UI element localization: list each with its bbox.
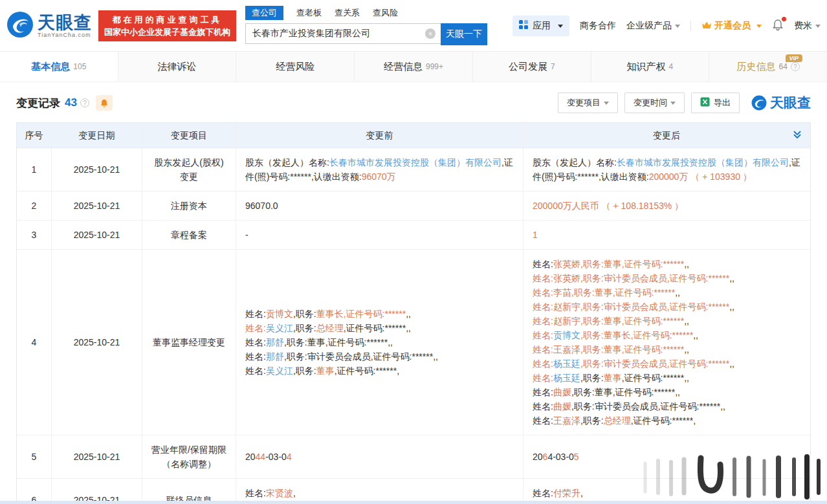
- text-segment: 96070.0: [245, 201, 278, 211]
- bell-icon: [100, 98, 109, 108]
- text-segment: 200000万 （ + 103930 ）: [649, 171, 752, 182]
- text-segment: ,,: [406, 323, 411, 333]
- tianyancha-logo-icon: [751, 95, 767, 111]
- before-value: 股东（发起人）名称:长春市城市发展投资控股（集团）有限公司,证件(照)号码:**…: [236, 148, 524, 191]
- clear-icon[interactable]: ×: [425, 28, 436, 39]
- after-value: 股东（发起人）名称:长春市城市发展投资控股（集团）有限公司,证件(照)号码:**…: [524, 148, 810, 191]
- text-segment: ,,: [720, 401, 725, 411]
- export-button[interactable]: 导出: [691, 93, 740, 113]
- entity-link[interactable]: 杨玉廷: [553, 373, 580, 383]
- tab-count: 7: [551, 62, 555, 71]
- filter-button-变更项目[interactable]: 变更项目: [558, 93, 618, 113]
- subscribe-bell-button[interactable]: [96, 95, 113, 111]
- text-line: 2044-03-04: [245, 450, 514, 464]
- tab-count: 64: [778, 62, 787, 71]
- text-segment: 总经理: [604, 415, 631, 426]
- entity-link[interactable]: 长春市城市发展投资控股（集团）有限公司: [329, 157, 502, 168]
- entity-link[interactable]: 长春市城市发展投资控股（集团）有限公司: [617, 157, 789, 168]
- before-value: 姓名:贡博文,职务:董事长,证件号码:******,,姓名:吴义江,职务:总经理…: [236, 250, 524, 435]
- collapse-all-icon[interactable]: [792, 129, 802, 142]
- text-segment: 董事长: [316, 309, 344, 319]
- tab-法律诉讼[interactable]: 法律诉讼: [118, 52, 237, 82]
- nav-business[interactable]: 商务合作: [580, 20, 616, 32]
- promo-banner: 都在用的商业查询工具 国家中小企业发展子基金旗下机构: [98, 10, 236, 41]
- user-menu[interactable]: 费米: [794, 20, 821, 32]
- entity-link[interactable]: 吴义江: [266, 323, 293, 333]
- nav-divider: [690, 21, 691, 31]
- before-value: 2044-03-04: [236, 435, 524, 478]
- tab-知识产权[interactable]: 知识产权4: [591, 52, 710, 82]
- change-date: 2025-10-21: [52, 192, 142, 220]
- text-segment: 姓名:: [245, 366, 266, 376]
- search-button[interactable]: 天眼一下: [441, 23, 487, 45]
- tab-基本信息[interactable]: 基本信息105: [0, 52, 118, 82]
- change-date: 2025-10-21: [52, 435, 142, 478]
- tianyancha-logo[interactable]: 天眼查 TianYanCha.com: [6, 11, 92, 41]
- notifications-bell[interactable]: [772, 19, 784, 33]
- help-icon[interactable]: ?: [80, 98, 89, 107]
- text-line: 姓名:李苗,职务:董事,证件号码:******,,: [533, 285, 801, 300]
- text-segment: 姓名:: [533, 415, 553, 426]
- tab-经营风险[interactable]: 经营风险: [236, 52, 355, 82]
- tab-count: 999+: [426, 62, 443, 71]
- filter-buttons: 变更项目变更时间: [558, 93, 685, 113]
- notification-dot: [782, 17, 786, 21]
- change-records-table: 序号变更日期变更项目变更前变更后 12025-10-21股东发起人(股权)变更股…: [16, 122, 811, 504]
- entity-link[interactable]: 贡博文: [553, 330, 580, 340]
- text-segment: 贡博文: [266, 309, 293, 319]
- nav-enterprise[interactable]: 企业级产品: [626, 20, 680, 32]
- text-segment: 5: [574, 452, 579, 462]
- apps-menu[interactable]: 应用: [513, 16, 569, 36]
- text-segment: ,: [580, 488, 583, 498]
- row-number: 3: [17, 221, 52, 249]
- text-line: 姓名:王嘉泽,职务:董事,证件号码:******,,: [533, 342, 801, 356]
- after-value: 1: [524, 221, 810, 249]
- text-line: 姓名:杨玉廷,职务:审计委员会成员,证件号码:******,,: [533, 356, 801, 371]
- text-segment: 姓名:: [245, 488, 266, 498]
- text-line: 姓名:张英娇,职务:董事,证件号码:******,,: [533, 257, 801, 271]
- tab-label: 历史信息: [736, 61, 775, 73]
- text-segment: ,,: [729, 358, 734, 369]
- entity-link[interactable]: 那舒: [266, 351, 284, 362]
- change-item: 股东发起人(股权)变更: [142, 148, 236, 191]
- text-segment: 姓名:: [533, 330, 553, 340]
- top-bar: 天眼查 TianYanCha.com 都在用的商业查询工具 国家中小企业发展子基…: [0, 0, 827, 52]
- entity-link[interactable]: 杨玉廷: [553, 358, 580, 369]
- text-segment: 姓名:: [533, 358, 553, 369]
- tab-公司发展[interactable]: 公司发展7: [473, 52, 591, 82]
- text-segment: ,: [293, 488, 296, 498]
- text-segment: ,,: [684, 373, 689, 383]
- change-records-header: 变更记录 43 ? 变更项目变更时间 导出 天眼查: [16, 92, 811, 114]
- tab-历史信息[interactable]: 历史信息64?VIP: [709, 52, 827, 82]
- text-segment: ,,: [675, 287, 680, 298]
- search-tab-查关系[interactable]: 查关系: [335, 7, 360, 19]
- text-segment: 4: [287, 452, 292, 462]
- change-item-line: 董事监事经理变更: [153, 335, 225, 349]
- text-line: 姓名:付荣升,: [533, 486, 801, 500]
- text-line: 姓名:那舒,职务:董事,证件号码:******,,: [245, 335, 514, 349]
- filter-button-变更时间[interactable]: 变更时间: [624, 93, 685, 113]
- row-number: 1: [17, 148, 52, 191]
- text-segment: ,职务:: [580, 373, 604, 383]
- row-number: 5: [17, 435, 52, 478]
- after-value: 2064-03-05: [524, 435, 810, 478]
- search-tab-查风险[interactable]: 查风险: [373, 7, 398, 19]
- search-tab-查老板[interactable]: 查老板: [296, 7, 322, 19]
- text-segment: 姓名:赵新宇,职务:审计委员会成员,证件号码:******: [533, 301, 729, 312]
- entity-link[interactable]: 吴义江: [266, 366, 293, 376]
- tab-count: 105: [73, 62, 86, 71]
- help-icon[interactable]: ?: [791, 62, 800, 71]
- open-vip-link[interactable]: 开通会员: [701, 20, 762, 32]
- tab-经营信息[interactable]: 经营信息999+: [355, 52, 473, 82]
- table-body: 12025-10-21股东发起人(股权)变更股东（发起人）名称:长春市城市发展投…: [17, 148, 810, 504]
- search-input[interactable]: [245, 23, 441, 44]
- search-tab-查公司[interactable]: 查公司: [245, 6, 283, 20]
- text-segment: 姓名:: [533, 401, 553, 411]
- text-segment: 股东（发起人）名称:: [533, 157, 617, 168]
- company-section-tabs: 基本信息105法律诉讼经营风险经营信息999+公司发展7知识产权4历史信息64?…: [0, 52, 827, 82]
- text-segment: ,,: [684, 316, 689, 326]
- change-item-line: 章程备案: [171, 228, 207, 242]
- text-line: 姓名:宋贤波,: [245, 486, 514, 500]
- entity-link[interactable]: 那舒: [266, 337, 284, 347]
- text-segment: 姓名:: [533, 387, 553, 397]
